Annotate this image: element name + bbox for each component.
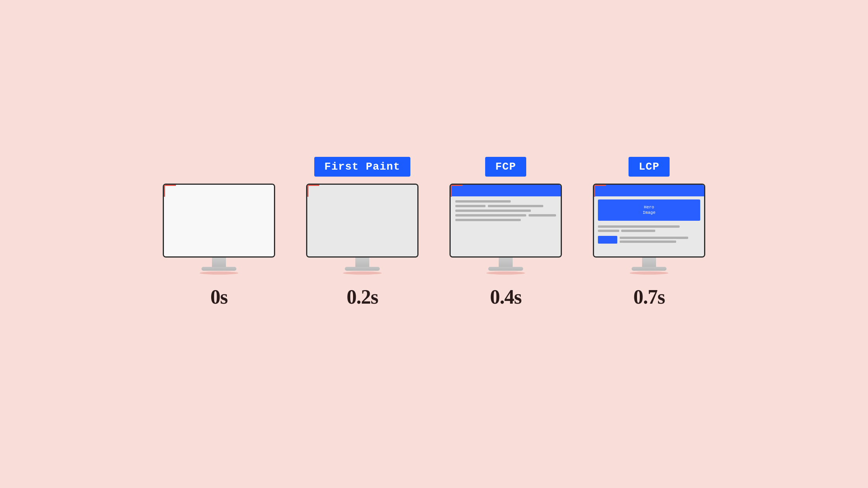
lcp-content-lines (594, 224, 704, 234)
stage-07s: LCP HeroImage (593, 157, 705, 308)
stand-base-0s (202, 267, 236, 271)
lcp-text-2 (620, 241, 676, 243)
stand-shadow-0s (200, 271, 238, 275)
stand-neck-04s (499, 258, 513, 267)
stand-base-04s (488, 267, 523, 271)
fcp-line-3 (455, 210, 531, 212)
lcp-bottom-row (594, 234, 704, 244)
stand-neck-0s (212, 258, 226, 267)
fcp-row-1 (455, 200, 556, 203)
lcp-line-2a (598, 230, 619, 232)
lcp-line-1 (598, 225, 680, 228)
badge-07s: LCP (629, 157, 669, 177)
stand-07s (593, 258, 705, 275)
stand-04s (450, 258, 562, 275)
lcp-top-bar (594, 185, 704, 196)
fcp-line-4b (529, 214, 556, 217)
bezel-04s (450, 184, 562, 258)
monitor-07s: HeroImage (593, 184, 705, 275)
time-02s: 0.2s (346, 285, 378, 308)
screen-0s (164, 185, 274, 256)
hero-image: HeroImage (598, 199, 700, 221)
fcp-row-2 (455, 205, 556, 207)
stand-shadow-02s (343, 271, 382, 275)
lcp-btn (598, 236, 617, 244)
stand-shadow-07s (630, 271, 668, 275)
stand-base-02s (345, 267, 380, 271)
stage-04s: FCP (450, 157, 562, 308)
screen-02s (307, 185, 417, 256)
monitor-04s (450, 184, 562, 275)
lcp-line-2b (621, 230, 655, 232)
bezel-0s (163, 184, 275, 258)
stage-0s: 0s (163, 169, 275, 308)
time-07s: 0.7s (633, 285, 665, 308)
hero-label: HeroImage (642, 204, 655, 216)
fcp-line-2b (488, 205, 543, 207)
stand-neck-02s (355, 258, 369, 267)
monitor-0s (163, 184, 275, 275)
time-0s: 0s (210, 285, 227, 308)
monitor-02s (306, 184, 418, 275)
fcp-row-5 (455, 219, 556, 221)
stand-base-07s (632, 267, 666, 271)
fcp-row-4 (455, 214, 556, 217)
fcp-line-5 (455, 219, 521, 221)
lcp-text-stack (620, 237, 700, 243)
stand-0s (163, 258, 275, 275)
screen-04s (451, 185, 561, 256)
screen-07s: HeroImage (594, 185, 704, 256)
fcp-line-1 (455, 200, 511, 203)
fcp-line-2a (455, 205, 486, 207)
stand-02s (306, 258, 418, 275)
fcp-content (451, 196, 561, 225)
stand-neck-07s (642, 258, 656, 267)
stage-02s: First Paint 0.2s (306, 157, 418, 308)
badge-04s: FCP (485, 157, 526, 177)
bezel-07s: HeroImage (593, 184, 705, 258)
stand-shadow-04s (486, 271, 525, 275)
badge-02s: First Paint (314, 157, 410, 177)
bezel-02s (306, 184, 418, 258)
fcp-row-3 (455, 210, 556, 212)
fcp-top-bar (451, 185, 561, 196)
time-04s: 0.4s (490, 285, 521, 308)
fcp-line-4a (455, 214, 526, 217)
lcp-text-1 (620, 237, 688, 239)
stages-container: 0s First Paint 0.2s FCP (163, 157, 705, 332)
